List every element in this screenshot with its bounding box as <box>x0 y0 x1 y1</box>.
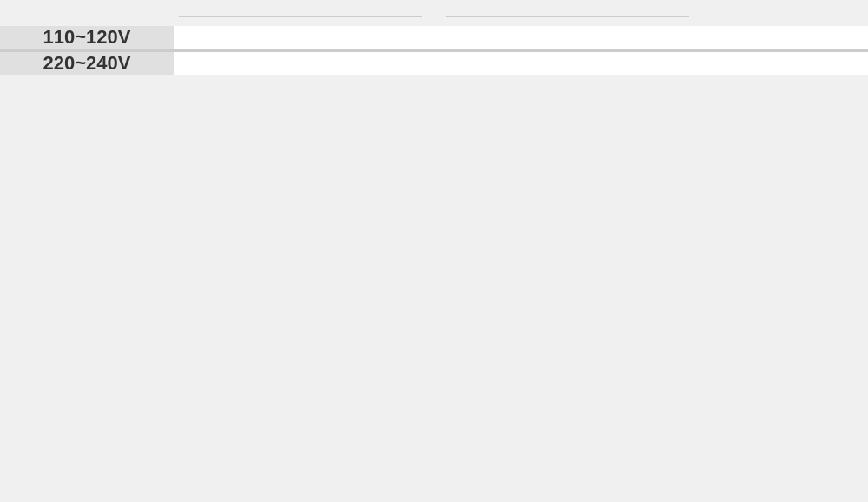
title-line-left <box>179 16 422 17</box>
section-110: 110~120V <box>0 26 868 52</box>
countries-110 <box>174 26 868 50</box>
title-row <box>0 0 868 26</box>
voltage-label-220: 220~240V <box>0 52 174 75</box>
section-220: 220~240V <box>0 52 868 75</box>
title-line-right <box>446 16 689 17</box>
page: 110~120V 220~240V <box>0 0 868 502</box>
countries-220 <box>174 52 868 75</box>
main-sections: 110~120V 220~240V <box>0 26 868 502</box>
voltage-label-110: 110~120V <box>0 26 174 50</box>
